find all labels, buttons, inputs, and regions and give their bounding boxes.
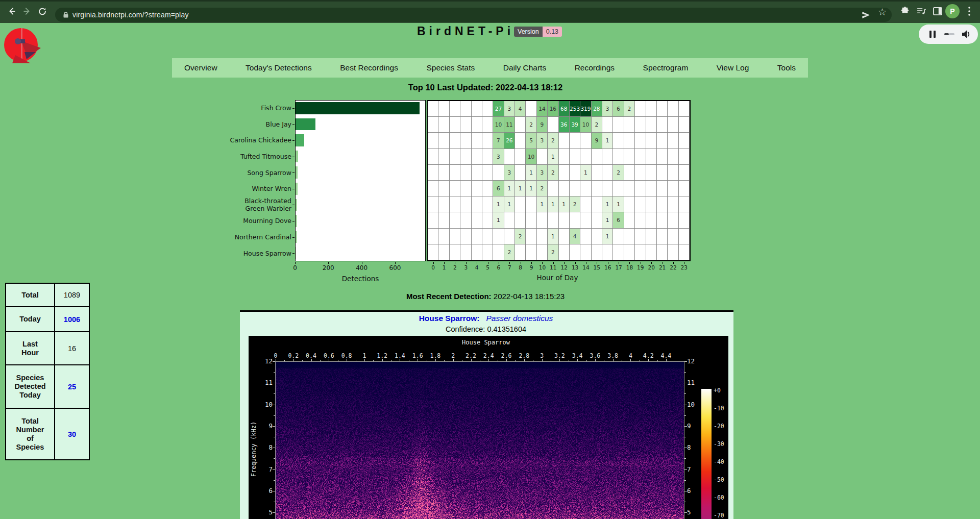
heatmap-cell (635, 181, 646, 196)
heatmap-cell: 36 (559, 117, 570, 133)
sg-xtick-minor (462, 360, 462, 361)
nav-item-view-log[interactable]: View Log (717, 63, 749, 72)
heatmap-cell (657, 196, 668, 212)
heatmap-cell (450, 133, 460, 149)
most-recent-detection: Most Recent Detection: 2022-04-13 18:15:… (406, 292, 565, 301)
sg-xtick-minor (409, 360, 409, 361)
lock-icon (62, 11, 69, 18)
send-icon[interactable] (862, 11, 870, 19)
sg-ytick-dash-left (273, 405, 275, 405)
colorbar-tick-label: +0 (714, 387, 721, 394)
heatmap-cell: 2 (548, 133, 558, 149)
heatmap-cell: 1 (559, 196, 570, 212)
heatmap-cell (493, 229, 504, 244)
heatmap-cell (657, 101, 668, 117)
forward-arrow-icon (22, 6, 32, 16)
forward-button[interactable] (19, 4, 35, 19)
bookmark-star-icon[interactable]: ☆ (878, 6, 887, 18)
extensions-button[interactable] (897, 4, 913, 19)
nav-item-today-s-detections[interactable]: Today's Detections (246, 63, 312, 72)
heatmap-cell (657, 181, 668, 196)
sg-ytick-minor-left (274, 437, 275, 437)
sg-ytick-minor-right (684, 372, 686, 373)
stats-value[interactable]: 1006 (55, 307, 89, 332)
heatmap-cell (635, 133, 646, 149)
seek-bar[interactable] (944, 33, 954, 36)
sg-xtick-minor (320, 360, 321, 361)
media-controls-button[interactable] (914, 4, 929, 19)
back-button[interactable] (4, 4, 19, 19)
colorbar-tick-label: -40 (714, 458, 724, 465)
hour-tick-dash (499, 262, 499, 264)
heatmap-cell (646, 181, 657, 196)
heatmap-cell (537, 229, 548, 244)
hour-tick-label: 20 (646, 264, 656, 270)
side-panel-button[interactable] (930, 4, 945, 19)
profile-avatar[interactable]: P (945, 4, 960, 18)
heatmap-cell (624, 181, 635, 196)
heatmap-cell (668, 196, 678, 212)
heatmap-cell (679, 149, 690, 165)
heatmap-cell (472, 133, 482, 149)
heatmap-cell: 1 (504, 181, 515, 196)
birdnetpi-logo (4, 26, 41, 65)
heatmap-cell (580, 133, 591, 149)
sg-ytick-minor-left (274, 415, 275, 416)
heatmap-cell: 1 (548, 149, 558, 165)
stats-label: SpeciesDetectedToday (6, 365, 55, 408)
nav-item-recordings[interactable]: Recordings (575, 63, 615, 72)
heatmap-cell: 1 (493, 212, 504, 228)
species-label: Fish Crow (225, 100, 295, 116)
nav-item-tools[interactable]: Tools (777, 63, 796, 72)
heatmap-cell (450, 149, 460, 165)
bar-xtick-dash (295, 262, 296, 264)
heatmap-cell (450, 181, 460, 196)
heatmap-cell: 68 (559, 101, 570, 117)
nav-item-daily-charts[interactable]: Daily Charts (503, 63, 546, 72)
sg-ytick-label-right: 8 (687, 443, 691, 451)
nav-item-overview[interactable]: Overview (184, 63, 217, 72)
pause-icon[interactable] (929, 30, 936, 38)
heatmap-cell (460, 196, 471, 212)
heatmap-cell (580, 229, 591, 244)
heatmap-cell (428, 149, 438, 165)
heatmap-cell (679, 212, 690, 228)
heatmap-cell (668, 229, 678, 244)
detection-common-name[interactable]: House Sparrow: (419, 314, 480, 323)
hour-tick-label: 6 (494, 264, 504, 270)
heatmap-cell (493, 244, 504, 260)
heatmap-cell: 2 (624, 101, 635, 117)
hour-tick-dash (673, 262, 674, 264)
sg-ytick-minor-left (274, 393, 275, 394)
heatmap-cell (482, 149, 493, 165)
sg-xtick-label: 0.8 (341, 352, 352, 359)
sg-xtick-dash (559, 359, 560, 361)
nav-item-spectrogram[interactable]: Spectrogram (643, 63, 689, 72)
stats-value[interactable]: 30 (55, 408, 89, 460)
heatmap-cell (668, 133, 678, 149)
volume-icon[interactable] (962, 30, 971, 38)
heatmap-cell (438, 133, 449, 149)
heatmap-cell (526, 196, 536, 212)
heatmap-cell (450, 229, 460, 244)
hour-heatmap-panel: 2734141668253319283621011293639102726532… (427, 100, 691, 261)
heatmap-cell: 7 (493, 133, 504, 149)
address-bar[interactable]: virginia.birdnetpi.com/?stream=play ☆ (55, 8, 892, 22)
sg-xtick-dash (524, 359, 525, 361)
stats-value[interactable]: 25 (55, 365, 89, 408)
hour-tick-dash (641, 262, 641, 264)
heatmap-cell: 4 (570, 229, 580, 244)
audio-player[interactable] (919, 24, 978, 44)
heatmap-cell: 3 (537, 133, 548, 149)
bar-xtick-dash (328, 262, 329, 264)
nav-item-best-recordings[interactable]: Best Recordings (340, 63, 398, 72)
reload-button[interactable] (35, 4, 50, 19)
heatmap-cell (450, 165, 460, 181)
bar-fish-crow (296, 102, 420, 114)
species-label: Song Sparrow (225, 164, 295, 181)
heatmap-cell: 1 (493, 196, 504, 212)
nav-item-species-stats[interactable]: Species Stats (426, 63, 475, 72)
heatmap-cell (646, 196, 657, 212)
browser-menu-button[interactable] (962, 4, 977, 19)
heatmap-cell (504, 229, 515, 244)
